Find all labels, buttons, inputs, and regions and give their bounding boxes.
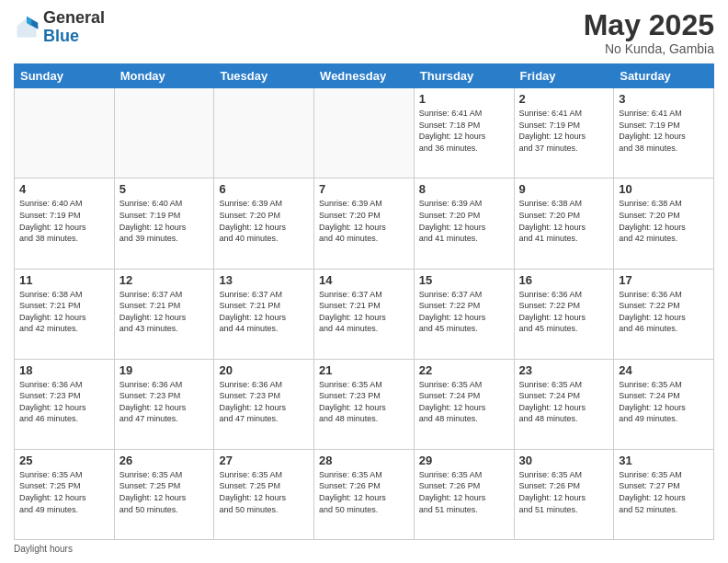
day-info: Sunrise: 6:38 AM Sunset: 7:20 PM Dayligh… [619,198,709,244]
calendar-cell-w2-d6: 9Sunrise: 6:38 AM Sunset: 7:20 PM Daylig… [514,178,614,269]
day-info: Sunrise: 6:35 AM Sunset: 7:25 PM Dayligh… [219,469,309,515]
calendar-week-3: 11Sunrise: 6:38 AM Sunset: 7:21 PM Dayli… [15,269,714,359]
day-number: 18 [19,363,109,377]
day-number: 4 [19,182,109,196]
calendar-cell-w3-d5: 15Sunrise: 6:37 AM Sunset: 7:22 PM Dayli… [414,269,514,359]
day-number: 20 [219,363,309,377]
day-number: 22 [419,363,509,377]
day-info: Sunrise: 6:35 AM Sunset: 7:24 PM Dayligh… [619,379,709,425]
day-info: Sunrise: 6:40 AM Sunset: 7:19 PM Dayligh… [19,198,109,244]
day-info: Sunrise: 6:37 AM Sunset: 7:21 PM Dayligh… [119,289,210,335]
main-title: May 2025 [584,9,714,41]
day-info: Sunrise: 6:37 AM Sunset: 7:21 PM Dayligh… [219,289,309,335]
day-number: 5 [119,182,210,196]
day-number: 9 [519,182,609,196]
day-info: Sunrise: 6:35 AM Sunset: 7:25 PM Dayligh… [119,469,210,515]
calendar-cell-w4-d3: 20Sunrise: 6:36 AM Sunset: 7:23 PM Dayli… [214,359,314,449]
day-number: 15 [419,273,509,287]
day-info: Sunrise: 6:36 AM Sunset: 7:22 PM Dayligh… [519,289,609,335]
title-block: May 2025 No Kunda, Gambia [584,9,714,56]
day-number: 24 [619,363,709,377]
calendar-cell-w2-d1: 4Sunrise: 6:40 AM Sunset: 7:19 PM Daylig… [15,178,115,269]
day-info: Sunrise: 6:35 AM Sunset: 7:24 PM Dayligh… [519,379,609,425]
logo-blue: Blue [43,28,105,46]
calendar-week-2: 4Sunrise: 6:40 AM Sunset: 7:19 PM Daylig… [15,178,714,269]
calendar-cell-w1-d6: 2Sunrise: 6:41 AM Sunset: 7:19 PM Daylig… [514,88,614,178]
logo: General Blue [14,9,105,46]
day-number: 1 [419,92,509,106]
calendar-cell-w4-d1: 18Sunrise: 6:36 AM Sunset: 7:23 PM Dayli… [15,359,115,449]
day-number: 7 [319,182,409,196]
calendar-cell-w3-d4: 14Sunrise: 6:37 AM Sunset: 7:21 PM Dayli… [314,269,415,359]
header-monday: Monday [114,64,214,88]
day-number: 14 [319,273,409,287]
calendar-cell-w3-d7: 17Sunrise: 6:36 AM Sunset: 7:22 PM Dayli… [614,269,714,359]
day-info: Sunrise: 6:39 AM Sunset: 7:20 PM Dayligh… [219,198,309,244]
day-info: Sunrise: 6:38 AM Sunset: 7:20 PM Dayligh… [519,198,609,244]
calendar-cell-w5-d5: 29Sunrise: 6:35 AM Sunset: 7:26 PM Dayli… [414,449,514,539]
day-info: Sunrise: 6:35 AM Sunset: 7:27 PM Dayligh… [619,469,709,515]
header-saturday: Saturday [614,64,714,88]
day-info: Sunrise: 6:37 AM Sunset: 7:21 PM Dayligh… [319,289,409,335]
day-number: 13 [219,273,309,287]
calendar-cell-w4-d4: 21Sunrise: 6:35 AM Sunset: 7:23 PM Dayli… [314,359,415,449]
day-info: Sunrise: 6:40 AM Sunset: 7:19 PM Dayligh… [119,198,210,244]
header: General Blue May 2025 No Kunda, Gambia [14,9,714,56]
day-info: Sunrise: 6:41 AM Sunset: 7:18 PM Dayligh… [419,108,509,154]
day-info: Sunrise: 6:35 AM Sunset: 7:25 PM Dayligh… [19,469,109,515]
day-info: Sunrise: 6:35 AM Sunset: 7:26 PM Dayligh… [519,469,609,515]
day-number: 23 [519,363,609,377]
subtitle: No Kunda, Gambia [584,41,714,56]
day-info: Sunrise: 6:36 AM Sunset: 7:23 PM Dayligh… [219,379,309,425]
day-info: Sunrise: 6:36 AM Sunset: 7:23 PM Dayligh… [119,379,210,425]
day-number: 31 [619,454,709,467]
footer-text: Daylight hours [14,544,73,554]
day-number: 25 [19,454,109,467]
calendar-cell-w3-d1: 11Sunrise: 6:38 AM Sunset: 7:21 PM Dayli… [15,269,115,359]
calendar-cell-w2-d3: 6Sunrise: 6:39 AM Sunset: 7:20 PM Daylig… [214,178,314,269]
day-number: 21 [319,363,409,377]
calendar-cell-w5-d3: 27Sunrise: 6:35 AM Sunset: 7:25 PM Dayli… [214,449,314,539]
calendar-cell-w5-d7: 31Sunrise: 6:35 AM Sunset: 7:27 PM Dayli… [614,449,714,539]
day-number: 17 [619,273,709,287]
day-number: 10 [619,182,709,196]
day-info: Sunrise: 6:39 AM Sunset: 7:20 PM Dayligh… [419,198,509,244]
day-number: 12 [119,273,210,287]
day-info: Sunrise: 6:37 AM Sunset: 7:22 PM Dayligh… [419,289,509,335]
day-number: 27 [219,454,309,467]
header-thursday: Thursday [414,64,514,88]
calendar-cell-w5-d1: 25Sunrise: 6:35 AM Sunset: 7:25 PM Dayli… [15,449,115,539]
calendar-cell-w1-d1 [15,88,115,178]
calendar-cell-w1-d5: 1Sunrise: 6:41 AM Sunset: 7:18 PM Daylig… [414,88,514,178]
calendar-cell-w1-d2 [114,88,214,178]
day-number: 28 [319,454,409,467]
logo-icon [14,15,40,40]
day-number: 29 [419,454,509,467]
day-number: 19 [119,363,210,377]
calendar-cell-w2-d4: 7Sunrise: 6:39 AM Sunset: 7:20 PM Daylig… [314,178,415,269]
day-info: Sunrise: 6:35 AM Sunset: 7:23 PM Dayligh… [319,379,409,425]
day-info: Sunrise: 6:39 AM Sunset: 7:20 PM Dayligh… [319,198,409,244]
calendar-cell-w1-d7: 3Sunrise: 6:41 AM Sunset: 7:19 PM Daylig… [614,88,714,178]
day-number: 16 [519,273,609,287]
calendar-week-5: 25Sunrise: 6:35 AM Sunset: 7:25 PM Dayli… [15,449,714,539]
calendar-cell-w5-d4: 28Sunrise: 6:35 AM Sunset: 7:26 PM Dayli… [314,449,415,539]
day-info: Sunrise: 6:38 AM Sunset: 7:21 PM Dayligh… [19,289,109,335]
calendar-week-4: 18Sunrise: 6:36 AM Sunset: 7:23 PM Dayli… [15,359,714,449]
day-info: Sunrise: 6:35 AM Sunset: 7:26 PM Dayligh… [419,469,509,515]
calendar-cell-w1-d3 [214,88,314,178]
day-number: 3 [619,92,709,106]
calendar-cell-w3-d6: 16Sunrise: 6:36 AM Sunset: 7:22 PM Dayli… [514,269,614,359]
calendar-cell-w4-d5: 22Sunrise: 6:35 AM Sunset: 7:24 PM Dayli… [414,359,514,449]
calendar-cell-w1-d4 [314,88,415,178]
header-sunday: Sunday [15,64,115,88]
header-friday: Friday [514,64,614,88]
day-info: Sunrise: 6:36 AM Sunset: 7:22 PM Dayligh… [619,289,709,335]
calendar-cell-w2-d5: 8Sunrise: 6:39 AM Sunset: 7:20 PM Daylig… [414,178,514,269]
calendar-body: 1Sunrise: 6:41 AM Sunset: 7:18 PM Daylig… [15,88,714,540]
calendar-cell-w4-d2: 19Sunrise: 6:36 AM Sunset: 7:23 PM Dayli… [114,359,214,449]
calendar-cell-w2-d7: 10Sunrise: 6:38 AM Sunset: 7:20 PM Dayli… [614,178,714,269]
day-number: 30 [519,454,609,467]
logo-general: General [43,9,105,28]
calendar-table: Sunday Monday Tuesday Wednesday Thursday… [14,63,714,540]
